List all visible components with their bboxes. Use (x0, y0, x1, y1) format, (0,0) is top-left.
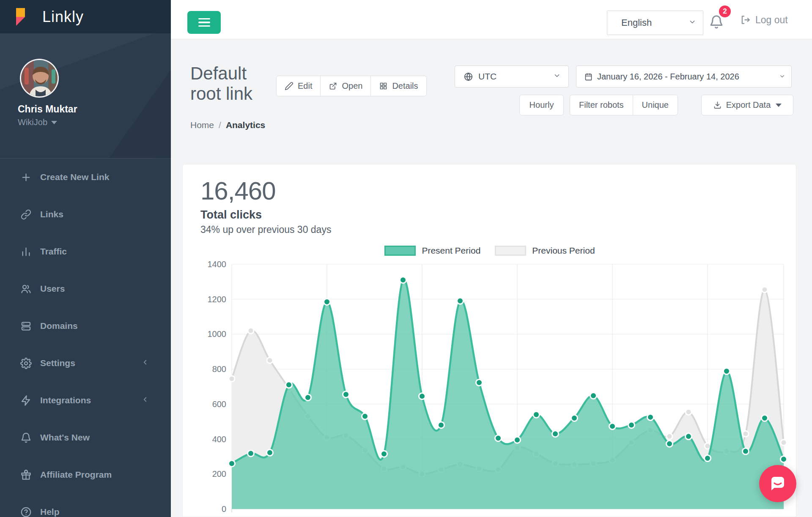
svg-text:200: 200 (212, 469, 226, 479)
link-icon (20, 209, 32, 220)
profile-name: Chris Muktar (18, 104, 77, 115)
open-button[interactable]: Open (320, 76, 371, 96)
sidebar-item-help[interactable]: Help (0, 493, 171, 517)
date-range-picker[interactable]: January 16, 2026 - February 14, 2026 (576, 66, 792, 88)
previous-period-swatch (495, 246, 526, 256)
timezone-select[interactable]: UTC (455, 66, 569, 88)
svg-text:1400: 1400 (208, 260, 227, 269)
brand-logo[interactable]: Linkly (0, 0, 171, 33)
legend-label: Previous Period (532, 246, 595, 256)
sidebar-item-label: Affiliate Program (40, 470, 112, 480)
hourly-toggle-button[interactable]: Hourly (519, 95, 564, 115)
logout-label: Log out (755, 14, 788, 26)
legend-label: Present Period (422, 246, 480, 256)
sidebar-item-label: What's New (40, 432, 90, 443)
sidebar-item-whats-new[interactable]: What's New (0, 419, 171, 456)
workspace-name: WikiJob (18, 118, 47, 127)
details-button[interactable]: Details (370, 76, 426, 96)
pencil-icon (285, 82, 294, 90)
language-value: English (621, 17, 652, 28)
chevron-down-icon (553, 71, 561, 82)
sidebar-item-domains[interactable]: Domains (0, 307, 171, 345)
avatar-photo (21, 60, 59, 98)
chevron-left-icon (141, 396, 149, 405)
details-label: Details (392, 81, 418, 91)
svg-text:600: 600 (212, 399, 226, 409)
svg-text:400: 400 (212, 435, 226, 444)
export-data-button[interactable]: Export Data (701, 95, 793, 115)
logout-button[interactable]: Log out (740, 12, 788, 27)
language-select[interactable]: English (607, 11, 703, 35)
sidebar-item-label: Links (40, 209, 63, 219)
sidebar-nav: Create New Link Links Traffic Users Doma… (0, 159, 171, 517)
sidebar-item-links[interactable]: Links (0, 196, 171, 233)
sidebar-item-label: Users (40, 284, 65, 294)
sidebar: Linkly Chris Muktar WikiJob (0, 0, 171, 517)
filter-robots-button[interactable]: Filter robots (570, 95, 633, 115)
svg-text:1000: 1000 (208, 329, 227, 339)
date-range-value: January 16, 2026 - February 14, 2026 (597, 72, 739, 82)
logout-icon (740, 14, 751, 25)
sidebar-item-affiliate-program[interactable]: Affiliate Program (0, 456, 171, 493)
breadcrumb-home[interactable]: Home (190, 120, 214, 130)
sidebar-item-label: Settings (40, 358, 75, 368)
unique-button[interactable]: Unique (633, 95, 678, 115)
sidebar-item-create-new-link[interactable]: Create New Link (0, 159, 171, 196)
logo-pink-triangle (16, 17, 25, 26)
sidebar-item-settings[interactable]: Settings (0, 345, 171, 382)
sidebar-item-label: Create New Link (40, 172, 109, 182)
chevron-left-icon (141, 358, 149, 368)
filter-robots-label: Filter robots (579, 100, 624, 110)
caret-down-icon (776, 104, 782, 107)
notification-badge[interactable]: 2 (718, 4, 732, 19)
external-link-icon (329, 82, 337, 90)
clicks-area-chart: 0200400600800100012001400 (183, 164, 797, 517)
hourly-label: Hourly (529, 100, 554, 110)
present-period-swatch (384, 246, 416, 256)
legend-previous-period: Previous Period (495, 246, 595, 256)
logo-orange-square (16, 8, 25, 17)
open-label: Open (342, 81, 362, 91)
gift-icon (20, 469, 32, 481)
total-clicks-value: 16,460 (200, 176, 276, 205)
hamburger-icon (198, 18, 210, 20)
sidebar-item-label: Traffic (40, 246, 67, 257)
chevron-down-icon (779, 72, 785, 82)
sidebar-item-integrations[interactable]: Integrations (0, 382, 171, 419)
calendar-icon (584, 72, 593, 81)
brand-name: Linkly (42, 8, 84, 26)
sidebar-item-users[interactable]: Users (0, 270, 171, 307)
bell-icon (20, 432, 32, 443)
server-icon (20, 320, 32, 332)
plus-icon (20, 172, 32, 183)
unique-label: Unique (642, 100, 669, 110)
download-icon (713, 101, 722, 109)
chevron-down-icon (689, 17, 696, 28)
globe-icon (464, 72, 473, 82)
avatar[interactable] (20, 59, 59, 98)
sidebar-item-label: Help (40, 507, 60, 517)
gear-icon (20, 358, 32, 369)
svg-text:0: 0 (222, 504, 226, 514)
topbar: English 2 Log out (171, 0, 812, 39)
grid-icon (379, 82, 388, 90)
svg-text:1200: 1200 (208, 295, 227, 304)
users-icon (20, 283, 32, 295)
sidebar-item-traffic[interactable]: Traffic (0, 233, 171, 270)
filter-toggle-group: Filter robots Unique (570, 95, 678, 115)
timezone-value: UTC (478, 71, 497, 82)
workspace-switcher[interactable]: WikiJob (18, 118, 57, 127)
edit-button[interactable]: Edit (276, 76, 321, 96)
profile-section: Chris Muktar WikiJob (0, 33, 171, 159)
breadcrumb: Home / Analytics (190, 120, 265, 130)
sidebar-item-label: Domains (40, 321, 78, 331)
linkly-logo-icon (16, 7, 36, 27)
menu-toggle-button[interactable] (187, 11, 221, 34)
legend-present-period: Present Period (384, 246, 480, 256)
svg-text:800: 800 (212, 364, 226, 374)
breadcrumb-current: Analytics (226, 120, 265, 130)
chat-launcher-button[interactable] (759, 465, 796, 502)
lightning-icon (20, 395, 32, 406)
chat-smile-icon (768, 474, 787, 493)
edit-label: Edit (298, 81, 312, 91)
